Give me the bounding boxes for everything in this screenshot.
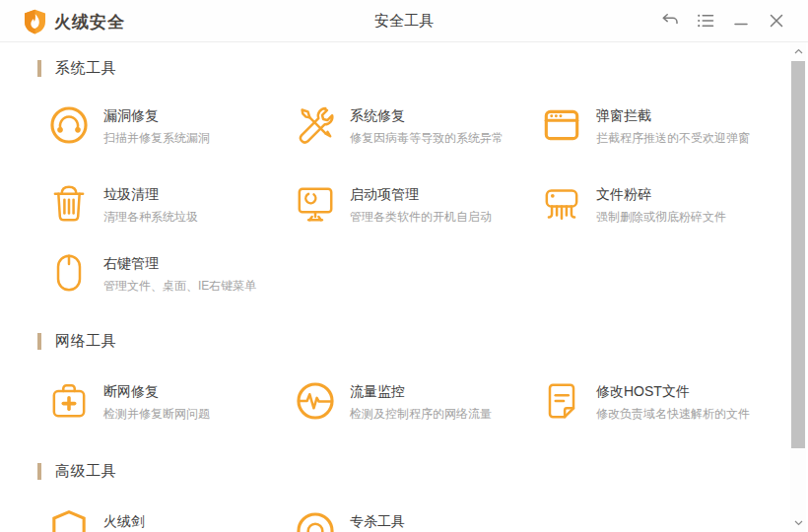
tool-desc: 检测及控制程序的网络流量 bbox=[350, 406, 492, 422]
tool-title: 修改HOST文件 bbox=[596, 381, 750, 401]
tool-title: 火绒剑 bbox=[103, 511, 145, 531]
app-name: 火绒安全 bbox=[54, 11, 125, 33]
pulse-circle-icon bbox=[293, 378, 338, 424]
monitor-power-icon bbox=[293, 181, 338, 227]
popup-window-icon bbox=[539, 102, 584, 148]
tool-title: 系统修复 bbox=[350, 105, 504, 125]
section-title: 网络工具 bbox=[55, 332, 116, 351]
scrollbar-thumb[interactable] bbox=[791, 61, 805, 448]
section-title: 高级工具 bbox=[55, 462, 116, 481]
vulnerability-scan-icon bbox=[46, 102, 92, 148]
titlebar-buttons bbox=[652, 0, 794, 41]
tool-desc: 强制删除或彻底粉碎文件 bbox=[596, 209, 726, 225]
tool-title: 弹窗拦截 bbox=[596, 105, 750, 125]
tool-title: 垃圾清理 bbox=[103, 184, 198, 204]
section-header-advanced-tools: 高级工具 bbox=[37, 462, 116, 481]
tool-virus-killer[interactable]: 专杀工具 bbox=[293, 508, 541, 532]
scroll-up-arrow-icon[interactable] bbox=[790, 44, 806, 58]
section-marker bbox=[37, 60, 41, 77]
app-brand: 火绒安全 bbox=[24, 9, 125, 34]
section-header-network-tools: 网络工具 bbox=[37, 332, 116, 351]
tool-desc: 管理各类软件的开机自启动 bbox=[350, 209, 492, 225]
tool-desc: 检测并修复断网问题 bbox=[103, 406, 210, 422]
repair-kit-icon bbox=[46, 378, 92, 424]
close-icon bbox=[766, 10, 787, 32]
tool-title: 右键管理 bbox=[103, 253, 256, 273]
tool-host-file-editor[interactable]: 修改HOST文件 修改负责域名快速解析的文件 bbox=[539, 378, 787, 432]
crossed-tools-icon bbox=[293, 102, 338, 148]
close-button[interactable] bbox=[759, 0, 794, 41]
tool-system-repair[interactable]: 系统修复 修复因病毒等导致的系统异常 bbox=[293, 102, 541, 156]
section-marker bbox=[37, 463, 41, 480]
circle-tool-icon bbox=[293, 508, 338, 532]
tool-vulnerability-repair[interactable]: 漏洞修复 扫描并修复系统漏洞 bbox=[46, 102, 295, 156]
document-icon bbox=[539, 378, 584, 424]
tool-desc: 管理文件、桌面、IE右键菜单 bbox=[103, 278, 256, 294]
section-header-system-tools: 系统工具 bbox=[37, 59, 116, 78]
tool-title: 断网修复 bbox=[103, 381, 210, 401]
tool-startup-manager[interactable]: 启动项管理 管理各类软件的开机自启动 bbox=[293, 181, 541, 234]
shield-icon bbox=[46, 508, 92, 532]
tool-context-menu-manager[interactable]: 右键管理 管理文件、桌面、IE右键菜单 bbox=[46, 250, 295, 303]
menu-button[interactable] bbox=[688, 0, 723, 41]
shredder-icon bbox=[539, 181, 584, 227]
huorong-shield-logo-icon bbox=[24, 9, 46, 34]
undo-icon bbox=[659, 10, 681, 32]
section-title: 系统工具 bbox=[55, 59, 116, 78]
app-window: 火绒安全 安全工具 bbox=[0, 0, 808, 532]
tool-title: 漏洞修复 bbox=[103, 105, 210, 125]
menu-list-icon bbox=[695, 10, 716, 32]
tool-title: 启动项管理 bbox=[350, 184, 492, 204]
tool-desc: 修改负责域名快速解析的文件 bbox=[596, 406, 750, 422]
undo-button[interactable] bbox=[652, 0, 688, 41]
tool-popup-blocker[interactable]: 弹窗拦截 拦截程序推送的不受欢迎弹窗 bbox=[539, 102, 787, 156]
minimize-button[interactable] bbox=[723, 0, 759, 41]
scroll-down-arrow-icon[interactable] bbox=[790, 516, 806, 530]
section-marker bbox=[37, 333, 41, 350]
tool-traffic-monitor[interactable]: 流量监控 检测及控制程序的网络流量 bbox=[293, 378, 541, 432]
tool-title: 文件粉碎 bbox=[596, 184, 726, 204]
tool-title: 流量监控 bbox=[350, 381, 492, 401]
tool-desc: 清理各种系统垃圾 bbox=[103, 209, 198, 225]
tool-file-shredder[interactable]: 文件粉碎 强制删除或彻底粉碎文件 bbox=[539, 181, 787, 234]
mouse-icon bbox=[46, 250, 92, 296]
tool-desc: 扫描并修复系统漏洞 bbox=[103, 130, 210, 146]
minimize-icon bbox=[730, 10, 752, 32]
tool-title: 专杀工具 bbox=[350, 511, 405, 531]
trash-can-icon bbox=[46, 181, 92, 227]
tool-desc: 修复因病毒等导致的系统异常 bbox=[350, 130, 504, 146]
titlebar: 火绒安全 安全工具 bbox=[0, 0, 808, 42]
tool-desc: 拦截程序推送的不受欢迎弹窗 bbox=[596, 130, 750, 146]
tool-junk-cleaner[interactable]: 垃圾清理 清理各种系统垃圾 bbox=[46, 181, 295, 234]
tool-huorong-sword[interactable]: 火绒剑 bbox=[46, 508, 295, 532]
tool-network-repair[interactable]: 断网修复 检测并修复断网问题 bbox=[46, 378, 295, 432]
scrollbar bbox=[790, 42, 806, 532]
